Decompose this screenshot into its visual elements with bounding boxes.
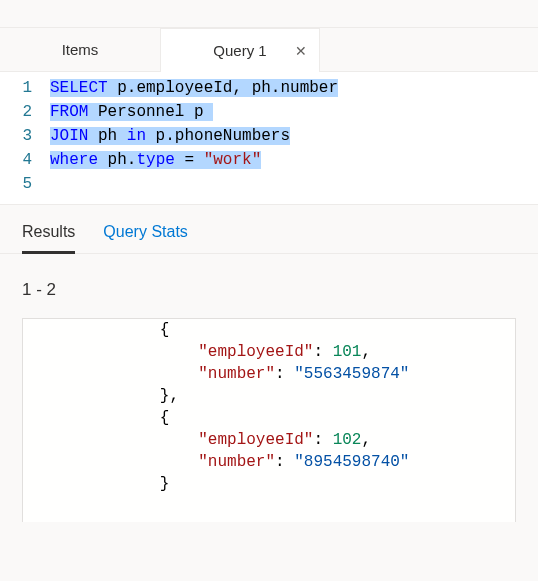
line-number: 2 [0,100,32,124]
line-gutter: 1 2 3 4 5 [0,76,50,196]
json-line: "number": "8954598740" [23,451,515,473]
code-line-3: JOIN ph in p.phoneNumbers [50,124,530,148]
line-number: 5 [0,172,32,196]
editor-tabs: Items Query 1 ✕ [0,28,538,72]
code-line-4: where ph.type = "work" [50,148,530,172]
json-line: { [23,319,515,341]
code-line-2: FROM Personnel p [50,100,530,124]
results-json[interactable]: { "employeeId": 101, "number": "55634598… [22,318,516,522]
json-line: "number": "5563459874" [23,363,515,385]
tab-items[interactable]: Items [0,28,160,71]
close-icon[interactable]: ✕ [295,44,307,58]
tab-items-label: Items [30,41,130,58]
results-count: 1 - 2 [0,254,538,318]
json-line: { [23,407,515,429]
json-line: }, [23,385,515,407]
code-line-5 [50,172,530,196]
json-line: "employeeId": 101, [23,341,515,363]
json-line: "employeeId": 102, [23,429,515,451]
code-line-1: SELECT p.employeeId, ph.number [50,76,530,100]
tab-query-1-label: Query 1 [191,42,289,59]
line-number: 4 [0,148,32,172]
code-area[interactable]: SELECT p.employeeId, ph.number FROM Pers… [50,76,538,196]
line-number: 3 [0,124,32,148]
top-toolbar [0,0,538,28]
sql-editor[interactable]: 1 2 3 4 5 SELECT p.employeeId, ph.number… [0,72,538,205]
results-tabs: Results Query Stats [0,205,538,254]
tab-query-stats[interactable]: Query Stats [103,223,187,254]
line-number: 1 [0,76,32,100]
tab-query-1[interactable]: Query 1 ✕ [160,28,320,72]
tab-results[interactable]: Results [22,223,75,254]
json-line: } [23,473,515,495]
